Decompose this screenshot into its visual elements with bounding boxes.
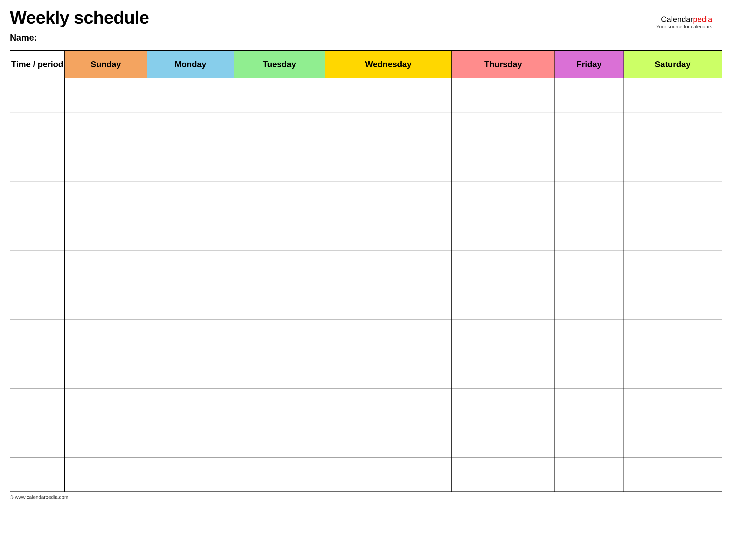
schedule-cell[interactable] — [624, 78, 722, 112]
schedule-cell[interactable] — [555, 457, 624, 492]
schedule-cell[interactable] — [452, 285, 555, 319]
schedule-cell[interactable] — [452, 354, 555, 388]
schedule-cell[interactable] — [555, 250, 624, 285]
schedule-cell[interactable] — [452, 78, 555, 112]
schedule-cell[interactable] — [624, 181, 722, 216]
schedule-cell[interactable] — [234, 78, 325, 112]
schedule-cell[interactable] — [64, 423, 147, 457]
time-cell[interactable] — [10, 285, 64, 319]
schedule-cell[interactable] — [555, 319, 624, 354]
time-cell[interactable] — [10, 423, 64, 457]
time-cell[interactable] — [10, 181, 64, 216]
schedule-cell[interactable] — [555, 181, 624, 216]
schedule-cell[interactable] — [555, 423, 624, 457]
schedule-cell[interactable] — [555, 78, 624, 112]
schedule-cell[interactable] — [147, 457, 234, 492]
schedule-cell[interactable] — [147, 78, 234, 112]
time-cell[interactable] — [10, 78, 64, 112]
schedule-cell[interactable] — [64, 457, 147, 492]
schedule-cell[interactable] — [452, 388, 555, 423]
schedule-cell[interactable] — [325, 388, 452, 423]
schedule-cell[interactable] — [234, 147, 325, 181]
schedule-cell[interactable] — [624, 147, 722, 181]
schedule-cell[interactable] — [234, 285, 325, 319]
time-cell[interactable] — [10, 112, 64, 147]
schedule-cell[interactable] — [325, 354, 452, 388]
schedule-cell[interactable] — [64, 319, 147, 354]
schedule-cell[interactable] — [325, 457, 452, 492]
schedule-cell[interactable] — [555, 285, 624, 319]
schedule-cell[interactable] — [325, 147, 452, 181]
schedule-cell[interactable] — [452, 319, 555, 354]
schedule-cell[interactable] — [452, 112, 555, 147]
schedule-cell[interactable] — [234, 354, 325, 388]
schedule-cell[interactable] — [147, 354, 234, 388]
schedule-cell[interactable] — [325, 216, 452, 250]
schedule-cell[interactable] — [234, 216, 325, 250]
schedule-cell[interactable] — [452, 216, 555, 250]
schedule-cell[interactable] — [147, 112, 234, 147]
schedule-cell[interactable] — [147, 147, 234, 181]
schedule-cell[interactable] — [325, 112, 452, 147]
schedule-cell[interactable] — [64, 388, 147, 423]
schedule-cell[interactable] — [147, 181, 234, 216]
schedule-cell[interactable] — [452, 181, 555, 216]
schedule-cell[interactable] — [234, 319, 325, 354]
schedule-cell[interactable] — [234, 112, 325, 147]
time-cell[interactable] — [10, 319, 64, 354]
schedule-cell[interactable] — [555, 388, 624, 423]
schedule-cell[interactable] — [234, 423, 325, 457]
schedule-cell[interactable] — [624, 216, 722, 250]
schedule-cell[interactable] — [325, 181, 452, 216]
schedule-cell[interactable] — [64, 181, 147, 216]
schedule-cell[interactable] — [555, 354, 624, 388]
schedule-cell[interactable] — [234, 457, 325, 492]
schedule-cell[interactable] — [452, 250, 555, 285]
schedule-cell[interactable] — [234, 388, 325, 423]
schedule-cell[interactable] — [555, 112, 624, 147]
schedule-cell[interactable] — [147, 216, 234, 250]
schedule-cell[interactable] — [147, 285, 234, 319]
schedule-cell[interactable] — [452, 423, 555, 457]
schedule-cell[interactable] — [325, 285, 452, 319]
table-row — [10, 423, 722, 457]
schedule-cell[interactable] — [234, 250, 325, 285]
schedule-cell[interactable] — [452, 457, 555, 492]
schedule-cell[interactable] — [624, 112, 722, 147]
time-cell[interactable] — [10, 388, 64, 423]
schedule-cell[interactable] — [64, 250, 147, 285]
schedule-cell[interactable] — [555, 147, 624, 181]
schedule-cell[interactable] — [147, 388, 234, 423]
schedule-cell[interactable] — [624, 250, 722, 285]
schedule-cell[interactable] — [64, 78, 147, 112]
schedule-cell[interactable] — [64, 147, 147, 181]
schedule-cell[interactable] — [64, 112, 147, 147]
page-title: Weekly schedule — [10, 7, 722, 28]
time-cell[interactable] — [10, 457, 64, 492]
schedule-cell[interactable] — [325, 250, 452, 285]
schedule-cell[interactable] — [64, 216, 147, 250]
time-cell[interactable] — [10, 147, 64, 181]
time-cell[interactable] — [10, 216, 64, 250]
schedule-cell[interactable] — [147, 319, 234, 354]
schedule-cell[interactable] — [325, 423, 452, 457]
schedule-cell[interactable] — [624, 423, 722, 457]
schedule-cell[interactable] — [147, 423, 234, 457]
schedule-cell[interactable] — [452, 147, 555, 181]
time-cell[interactable] — [10, 354, 64, 388]
schedule-cell[interactable] — [234, 181, 325, 216]
schedule-cell[interactable] — [325, 78, 452, 112]
time-cell[interactable] — [10, 250, 64, 285]
schedule-cell[interactable] — [64, 285, 147, 319]
schedule-cell[interactable] — [325, 319, 452, 354]
schedule-cell[interactable] — [64, 354, 147, 388]
schedule-cell[interactable] — [624, 354, 722, 388]
col-header-tuesday: Tuesday — [234, 51, 325, 78]
schedule-cell[interactable] — [624, 285, 722, 319]
schedule-cell[interactable] — [147, 250, 234, 285]
schedule-cell[interactable] — [555, 216, 624, 250]
schedule-cell[interactable] — [624, 388, 722, 423]
schedule-cell[interactable] — [624, 319, 722, 354]
col-header-saturday: Saturday — [624, 51, 722, 78]
schedule-cell[interactable] — [624, 457, 722, 492]
